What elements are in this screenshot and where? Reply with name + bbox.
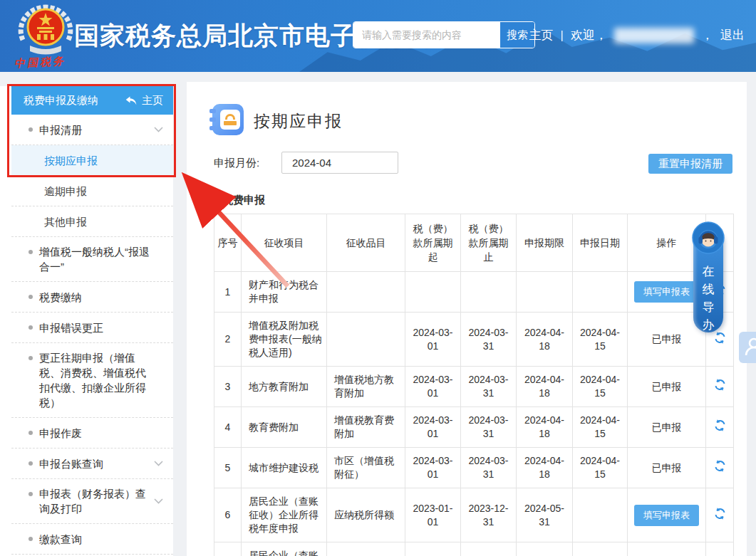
cell-project: 增值税及附加税费申报表(一般纳税人适用) [242, 313, 327, 367]
fill-form-button[interactable]: 填写申报表 [634, 281, 699, 303]
comma-text: ， [701, 27, 713, 43]
declared-status: 已申报 [652, 421, 682, 433]
reply-arrow-icon [125, 96, 137, 105]
declared-status: 已申报 [652, 381, 682, 392]
table-row: 6居民企业（查账征收）企业所得税年度申报应纳税所得额2023-01-012023… [214, 488, 734, 542]
online-guide-label: 在线导办 [702, 263, 715, 334]
cell-period-end [461, 272, 517, 313]
cell-project: 居民企业（查账征收）企业所得税年度申报 [242, 488, 327, 542]
cell-file-date [573, 272, 628, 313]
column-header: 税（费）款所属期止 [461, 214, 517, 272]
sidebar-item[interactable]: 按期应申报 [11, 145, 173, 176]
cell-file-date: 2024-04-17 [573, 542, 628, 556]
table-row: 3地方教育附加增值税地方教育附加2024-03-012024-03-312024… [214, 367, 734, 407]
cell-no: 4 [214, 407, 242, 448]
sidebar: 税费申报及缴纳 主页 申报清册按期应申报逾期申报其他申报增值税一般纳税人“报退合… [0, 86, 173, 556]
tax-emblem-logo [16, 4, 76, 57]
cell-project: 居民企业（查账征收）企业所得税月（季）度申报 [242, 542, 327, 556]
sidebar-item[interactable]: 申报作废 [11, 418, 173, 449]
fill-form-button[interactable]: 填写申报表 [634, 505, 699, 526]
sidebar-item[interactable]: 申报错误更正 [11, 313, 173, 343]
declared-status: 已申报 [652, 462, 682, 473]
table-row: 2增值税及附加税费申报表(一般纳税人适用)2024-03-012024-03-3… [214, 313, 734, 367]
tax-declaration-table: 序号征收项目征收品目税（费）款所属期起税（费）款所属期止申报期限申报日期操作 1… [214, 214, 734, 556]
refresh-icon[interactable] [713, 378, 727, 392]
sidebar-item[interactable]: 缴款查询 [11, 524, 173, 555]
search-input[interactable] [353, 22, 499, 48]
cell-deadline: 2024-05-31 [517, 488, 573, 542]
cell-action: 已申报 [628, 448, 706, 488]
cell-item: 增值税地方教育附加 [327, 367, 405, 407]
table-row: 4教育费附加增值税教育费附加2024-03-012024-03-312024-0… [214, 407, 734, 448]
user-star-float-button[interactable] [739, 332, 756, 363]
sidebar-item-label: 申报表（财务报表）查询及打印 [39, 486, 152, 516]
cell-file-date: 2024-04-15 [573, 313, 628, 367]
column-header: 税（费）款所属期起 [405, 214, 461, 272]
cell-no: 7 [214, 542, 242, 556]
bullet-icon [29, 356, 33, 360]
table-row: 1财产和行为税合并申报填写申报表 [214, 272, 734, 313]
column-header: 申报期限 [517, 214, 573, 272]
cell-period-start: 2024-03-01 [405, 448, 461, 488]
sidebar-item-label: 缴款查询 [39, 532, 82, 547]
sidebar-home-link[interactable]: 主页 [125, 94, 163, 107]
sidebar-item[interactable]: 申报台账查询 [11, 449, 173, 479]
cell-project: 城市维护建设税 [242, 448, 327, 488]
cell-project: 财产和行为税合并申报 [242, 272, 327, 313]
cell-period-start: 2023-01-01 [405, 488, 461, 542]
user-star-icon [743, 335, 756, 360]
sidebar-item[interactable]: 逾期申报 [11, 176, 173, 206]
cell-item: 增值税教育费附加 [327, 407, 405, 448]
cell-action: 已申报 [628, 367, 706, 407]
cell-refresh [706, 407, 734, 448]
cell-deadline [517, 272, 573, 313]
cell-action: 填写申报表 [628, 488, 706, 542]
sidebar-item[interactable]: 更正往期申报（增值税、消费税、增值税代扣代缴、扣缴企业所得税） [11, 343, 173, 418]
cell-deadline: 2024-04-18 [517, 448, 573, 488]
bullet-icon [29, 127, 33, 132]
refresh-icon[interactable] [713, 459, 727, 473]
sidebar-item-label: 申报错误更正 [39, 320, 103, 335]
sidebar-item[interactable]: 其他申报 [11, 206, 173, 237]
month-input[interactable] [281, 152, 398, 174]
section-title: 税费申报 [222, 194, 265, 207]
sidebar-item-label: 税费缴纳 [39, 290, 82, 305]
cell-item: 应纳税所得额 [327, 542, 405, 556]
declared-status: 已申报 [652, 333, 682, 345]
cell-refresh [706, 488, 734, 542]
cell-item [327, 272, 405, 313]
cell-refresh [706, 542, 734, 556]
column-header: 序号 [214, 214, 242, 272]
page-title: 按期应申报 [254, 110, 343, 132]
sidebar-item-label: 按期应申报 [44, 153, 98, 168]
online-guide-widget[interactable]: 在线导办 [692, 221, 725, 334]
cell-period-start: 2024-03-01 [405, 407, 461, 448]
cell-period-end: 2023-12-31 [461, 488, 517, 542]
bullet-icon [29, 431, 33, 435]
logo-caption: 中国税务 [14, 54, 79, 71]
refresh-icon[interactable] [713, 419, 727, 432]
refresh-icon[interactable] [713, 507, 727, 520]
bullet-icon [29, 295, 33, 299]
sidebar-item[interactable]: 增值税一般纳税人“报退合一” [11, 237, 173, 282]
sidebar-item[interactable]: 申报表（财务报表）查询及打印 [11, 479, 173, 524]
sidebar-item[interactable]: 申报清册 [11, 115, 173, 145]
assistant-avatar-icon [692, 221, 725, 254]
report-icon [212, 104, 244, 135]
logout-link[interactable]: 退出 [720, 27, 745, 43]
sidebar-item-label: 增值税一般纳税人“报退合一” [39, 244, 152, 274]
cell-period-end: 2024-03-31 [461, 367, 517, 407]
cell-no: 5 [214, 448, 242, 488]
cell-period-start [405, 272, 461, 313]
bullet-icon [29, 250, 33, 254]
cell-deadline: 2024-04-18 [517, 542, 573, 556]
cell-no: 2 [214, 313, 242, 367]
cell-period-end: 2024-03-31 [461, 542, 517, 556]
sidebar-item[interactable]: 税费缴纳 [11, 282, 173, 313]
reset-declaration-button[interactable]: 重置申报清册 [648, 154, 732, 174]
home-link[interactable]: 主页 [529, 27, 554, 43]
cell-deadline: 2024-04-18 [517, 367, 573, 407]
column-header: 申报日期 [573, 214, 628, 272]
sidebar-header: 税费申报及缴纳 主页 [11, 86, 173, 115]
column-header: 征收品目 [327, 214, 405, 272]
